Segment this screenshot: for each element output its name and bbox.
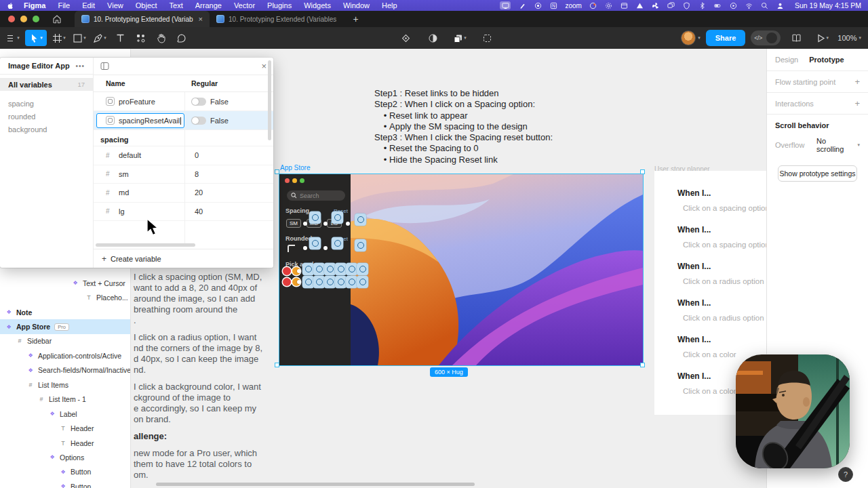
- color-red-row1[interactable]: [283, 267, 291, 275]
- variable-row[interactable]: proFeature False: [94, 92, 273, 111]
- radius-option-icon[interactable]: [286, 243, 296, 253]
- layer-row[interactable]: ❖ Label: [0, 407, 131, 421]
- layer-row[interactable]: T Placeho...: [0, 290, 131, 304]
- variable-value[interactable]: 8: [184, 170, 199, 178]
- boolean-toggle[interactable]: [191, 98, 206, 106]
- selection-handle[interactable]: [640, 363, 645, 367]
- variable-value[interactable]: 20: [184, 188, 203, 197]
- settings-icon[interactable]: [605, 1, 613, 9]
- tab-prototype[interactable]: Prototype: [809, 56, 844, 64]
- actions-tool-button[interactable]: [132, 30, 149, 46]
- layer-row[interactable]: T Header: [0, 436, 131, 450]
- variable-row[interactable]: spacingResetAvail False: [94, 111, 273, 130]
- story-item[interactable]: When I... Click on a spacing option (: [654, 188, 766, 225]
- toggle-sidebar-icon[interactable]: [100, 62, 109, 70]
- story-item[interactable]: When I... Click on a radius option: [654, 298, 766, 335]
- prototype-interaction-icon[interactable]: [313, 276, 325, 288]
- prototype-interaction-icon[interactable]: [324, 263, 336, 275]
- main-menu-button[interactable]: ▾: [5, 30, 21, 46]
- show-prototype-settings-button[interactable]: Show prototype settings: [778, 165, 857, 182]
- prototype-interaction-icon[interactable]: [302, 276, 314, 288]
- prototype-interaction-icon[interactable]: [355, 239, 366, 251]
- variable-row[interactable]: # md 20: [94, 184, 273, 203]
- create-variable-button[interactable]: + Create variable: [94, 249, 273, 268]
- bluetooth-icon[interactable]: [698, 1, 707, 9]
- layer-row[interactable]: # Sidebar: [0, 334, 131, 348]
- shield-icon[interactable]: [683, 1, 691, 9]
- app-close-dot[interactable]: [285, 178, 290, 183]
- layer-row[interactable]: T Header: [0, 421, 131, 435]
- add-interaction-icon[interactable]: +: [854, 98, 860, 108]
- prototype-interaction-icon[interactable]: [302, 263, 314, 275]
- pen-icon[interactable]: [518, 1, 526, 9]
- hand-tool-button[interactable]: [153, 30, 169, 46]
- apple-icon[interactable]: [7, 2, 14, 9]
- prototype-interaction-icon[interactable]: [346, 276, 357, 288]
- story-item[interactable]: When I... Click on a radius option (S: [654, 262, 766, 298]
- variable-name[interactable]: spacingResetAvail: [119, 117, 184, 125]
- variable-name[interactable]: md: [119, 188, 184, 197]
- layer-row[interactable]: ❖ Options: [0, 450, 131, 464]
- fan-icon[interactable]: [652, 1, 660, 9]
- zoom-menu-label[interactable]: zoom: [565, 2, 581, 9]
- variable-name[interactable]: lg: [119, 207, 184, 216]
- app-store-frame-label[interactable]: App Store: [280, 164, 310, 171]
- wifi-icon[interactable]: [745, 1, 753, 9]
- menu-item[interactable]: Plugins: [267, 1, 292, 9]
- variable-row[interactable]: # default 0: [94, 146, 273, 165]
- app-minimize-dot[interactable]: [292, 178, 297, 183]
- close-icon[interactable]: ×: [261, 61, 267, 71]
- menu-item[interactable]: Widgets: [304, 1, 331, 9]
- menu-item[interactable]: Text: [170, 1, 183, 9]
- selection-handle[interactable]: [275, 363, 279, 367]
- dashed-selection-icon[interactable]: [479, 30, 495, 46]
- minimize-window-button[interactable]: [20, 16, 27, 22]
- zoom-level-control[interactable]: 100%▾: [837, 34, 861, 42]
- share-button[interactable]: Share: [706, 30, 746, 46]
- group-header[interactable]: spacing: [94, 130, 273, 146]
- prototype-interaction-icon[interactable]: [309, 211, 321, 224]
- boolean-toggle[interactable]: [191, 117, 206, 125]
- add-flow-icon[interactable]: +: [854, 77, 860, 87]
- browser-icon[interactable]: [589, 1, 597, 9]
- home-icon[interactable]: [49, 13, 65, 25]
- menu-item[interactable]: Edit: [82, 1, 95, 9]
- menu-item[interactable]: View: [107, 1, 123, 9]
- close-tab-icon[interactable]: ×: [199, 15, 203, 23]
- prototype-interaction-icon[interactable]: [324, 276, 336, 288]
- layer-row[interactable]: ❖ Search-fields/Normal/Inactive: [0, 363, 131, 378]
- pen-tool-button[interactable]: ▾: [92, 30, 108, 46]
- layer-row[interactable]: ❖ Application-controls/Active: [0, 348, 131, 363]
- story-item[interactable]: When I... Click on a spacing option: [654, 225, 766, 262]
- contrast-icon[interactable]: [425, 30, 441, 46]
- help-button[interactable]: ?: [838, 467, 853, 482]
- variable-value[interactable]: 40: [184, 207, 203, 216]
- comment-tool-button[interactable]: [173, 30, 189, 46]
- user-switch-icon[interactable]: [776, 1, 785, 9]
- table-horizontal-scrollbar[interactable]: [96, 243, 195, 247]
- move-tool-button[interactable]: ▾: [25, 30, 47, 46]
- app-zoom-dot[interactable]: [300, 178, 304, 183]
- dev-mode-toggle[interactable]: </>: [751, 30, 781, 45]
- variable-value[interactable]: 0: [184, 151, 199, 159]
- window-icon[interactable]: [620, 1, 629, 9]
- prototype-interaction-icon[interactable]: [346, 263, 357, 275]
- windows-stack-icon[interactable]: [667, 1, 675, 9]
- variable-row[interactable]: # lg 40: [94, 203, 273, 222]
- prototype-interaction-icon[interactable]: [309, 237, 321, 249]
- frame-tool-button[interactable]: ▾: [51, 30, 67, 46]
- all-variables-item[interactable]: All variables 17: [0, 78, 93, 91]
- collection-name[interactable]: Image Editor App: [8, 62, 70, 70]
- close-window-button[interactable]: [8, 16, 15, 22]
- layer-row[interactable]: # List Item - 1: [0, 392, 131, 407]
- battery-icon[interactable]: [714, 1, 722, 9]
- menu-item[interactable]: Help: [382, 1, 397, 9]
- layer-row[interactable]: ❖ App Store Pro: [0, 319, 131, 333]
- collection-menu-icon[interactable]: •••: [75, 62, 85, 70]
- layer-row[interactable]: ❖ Button: [0, 465, 131, 479]
- prototype-interaction-icon[interactable]: [357, 263, 368, 275]
- layer-row[interactable]: ❖ Note: [0, 305, 131, 319]
- new-tab-button[interactable]: +: [343, 14, 368, 24]
- layer-row[interactable]: ❖ Text + Cursor: [0, 276, 131, 290]
- app-search-field[interactable]: Search: [287, 190, 345, 201]
